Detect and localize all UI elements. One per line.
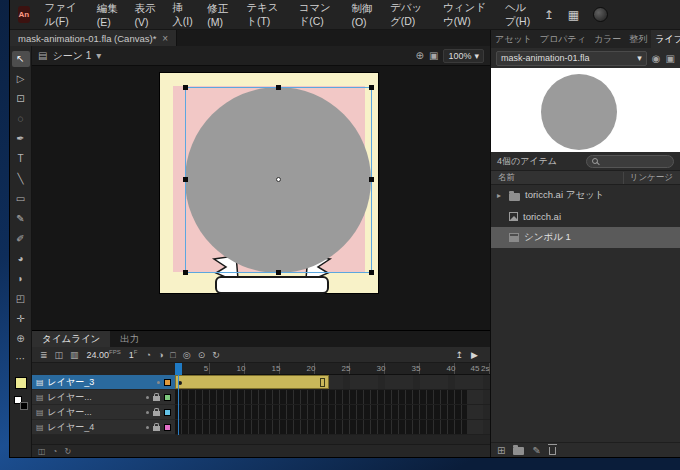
share-icon[interactable]: ↥: [544, 8, 554, 22]
paint-bucket-tool[interactable]: ◕: [12, 251, 30, 267]
line-tool[interactable]: ╲: [12, 171, 30, 187]
transform-handle[interactable]: [183, 270, 188, 275]
menu-text[interactable]: テキスト(T): [239, 0, 291, 30]
tab-color[interactable]: カラー: [590, 30, 625, 48]
visibility-dot-icon[interactable]: [146, 411, 149, 414]
menu-window[interactable]: ウィンドウ(W): [436, 0, 498, 30]
tab-align[interactable]: 整列: [625, 30, 651, 48]
frame-row-layer-2[interactable]: [175, 390, 490, 405]
new-folder-icon[interactable]: [513, 447, 524, 455]
tab-output[interactable]: 出力: [110, 331, 149, 347]
loop-icon[interactable]: ↻: [64, 447, 71, 456]
lock-icon[interactable]: [153, 396, 160, 401]
menu-insert[interactable]: 挿入(I): [165, 0, 200, 30]
menu-debug[interactable]: デバッグ(D): [383, 0, 436, 30]
zoom-tool[interactable]: ⊕: [12, 331, 30, 347]
animate-logo-icon[interactable]: An: [18, 6, 30, 23]
default-colors-swatch[interactable]: [14, 396, 28, 410]
library-search-input[interactable]: [586, 155, 674, 168]
hand-tool[interactable]: ✛: [12, 311, 30, 327]
menu-commands[interactable]: コマンド(C): [291, 0, 344, 30]
menu-modify[interactable]: 修正(M): [200, 0, 239, 30]
frame-span[interactable]: [175, 390, 467, 404]
transform-handle[interactable]: [276, 85, 281, 90]
scene-breadcrumb[interactable]: シーン 1: [52, 49, 91, 63]
menu-control[interactable]: 制御(O): [344, 0, 383, 30]
properties-icon[interactable]: ✎: [532, 445, 540, 456]
edit-scene-icon[interactable]: ▤: [38, 50, 47, 61]
layer-outline-color-chip[interactable]: [164, 424, 171, 431]
center-playhead-icon[interactable]: ◎: [183, 350, 191, 360]
workspace-icon[interactable]: ▦: [568, 8, 579, 22]
frames-area[interactable]: 5 10 15 20 25 30 35 40 45 2s: [175, 363, 490, 435]
span-end-marker[interactable]: [320, 378, 325, 387]
subselection-tool[interactable]: ▷: [12, 71, 30, 87]
frame-row-layer-4[interactable]: [175, 420, 490, 435]
loop-icon[interactable]: ↻: [212, 350, 220, 360]
frame-span[interactable]: [175, 420, 467, 434]
more-tools-button[interactable]: ⋯: [12, 351, 30, 367]
menu-edit[interactable]: 編集(E): [90, 0, 128, 30]
play-icon[interactable]: ▶: [471, 350, 478, 360]
tab-assets[interactable]: アセット: [491, 30, 536, 48]
transform-handle[interactable]: [183, 177, 188, 182]
layer-row-2[interactable]: ▤ レイヤー...: [32, 390, 175, 405]
layer-outline-color-chip[interactable]: [164, 379, 171, 386]
transform-handle[interactable]: [276, 270, 281, 275]
expander-icon[interactable]: ▸: [497, 191, 504, 200]
delete-icon[interactable]: [549, 447, 556, 455]
center-frame-icon[interactable]: ◫: [38, 447, 46, 456]
frame-span[interactable]: [175, 405, 467, 419]
onion-skin-icon[interactable]: ◔: [53, 447, 58, 456]
layers-icon[interactable]: ≣: [40, 350, 48, 360]
eraser-tool[interactable]: ◰: [12, 291, 30, 307]
library-item-asset[interactable]: ▸ toricch.ai: [491, 206, 680, 227]
chevron-down-icon[interactable]: ▾: [96, 50, 101, 61]
transform-handle[interactable]: [369, 177, 374, 182]
layer-row-1[interactable]: ▤ レイヤー...: [32, 405, 175, 420]
tab-properties[interactable]: プロパティ: [536, 30, 590, 48]
document-tab[interactable]: mask-animation-01.fla (Canvas)* ×: [10, 30, 177, 46]
frame-ruler[interactable]: 5 10 15 20 25 30 35 40 45 2s: [175, 363, 490, 375]
frame-row-layer-1[interactable]: [175, 405, 490, 420]
pin-library-icon[interactable]: ◉: [652, 53, 661, 64]
tween-span[interactable]: [175, 375, 329, 389]
camera-icon[interactable]: ◫: [55, 350, 64, 360]
current-frame-indicator[interactable]: 1F: [129, 349, 138, 360]
onion-outline-icon[interactable]: ◑: [158, 350, 163, 360]
transform-handle[interactable]: [183, 85, 188, 90]
transform-center-point[interactable]: [276, 177, 281, 182]
rectangle-tool[interactable]: ▭: [12, 191, 30, 207]
tab-timeline[interactable]: タイムライン: [32, 331, 110, 347]
library-item-symbol[interactable]: ▸ シンボル 1: [491, 227, 680, 248]
layer-row-3[interactable]: ▤ レイヤー_3: [32, 375, 175, 390]
lock-icon[interactable]: [153, 411, 160, 416]
lock-icon[interactable]: [153, 426, 160, 431]
onion-skin-icon[interactable]: ◔: [145, 350, 150, 360]
selection-bounding-box[interactable]: [185, 87, 372, 273]
tab-library[interactable]: ライブラリ: [651, 30, 680, 48]
text-tool[interactable]: T: [12, 151, 30, 167]
layer-row-4[interactable]: ▤ レイヤー_4: [32, 420, 175, 435]
menu-file[interactable]: ファイル(F): [38, 0, 90, 30]
close-icon[interactable]: ×: [162, 33, 168, 44]
layer-outline-color-chip[interactable]: [164, 394, 171, 401]
export-icon[interactable]: ↥: [456, 350, 464, 360]
snap-icon[interactable]: ⊙: [198, 350, 206, 360]
lasso-tool[interactable]: ◌: [12, 111, 30, 127]
quick-publish-button[interactable]: [593, 7, 608, 22]
eyedropper-tool[interactable]: ◗: [12, 271, 30, 287]
brush-tool[interactable]: ✐: [12, 231, 30, 247]
frame-row-layer-3[interactable]: [175, 375, 490, 390]
menu-view[interactable]: 表示(V): [128, 0, 166, 30]
clip-content-icon[interactable]: ▣: [429, 50, 438, 61]
transform-handle[interactable]: [369, 85, 374, 90]
canvas[interactable]: [160, 73, 378, 293]
pencil-tool[interactable]: ✎: [12, 211, 30, 227]
menu-help[interactable]: ヘルプ(H): [498, 0, 544, 30]
layer-outline-color-chip[interactable]: [164, 409, 171, 416]
free-transform-tool[interactable]: ⊡: [12, 91, 30, 107]
new-symbol-icon[interactable]: ⊞: [497, 445, 505, 456]
visibility-dot-icon[interactable]: [146, 426, 149, 429]
fill-color-swatch[interactable]: [15, 377, 27, 389]
